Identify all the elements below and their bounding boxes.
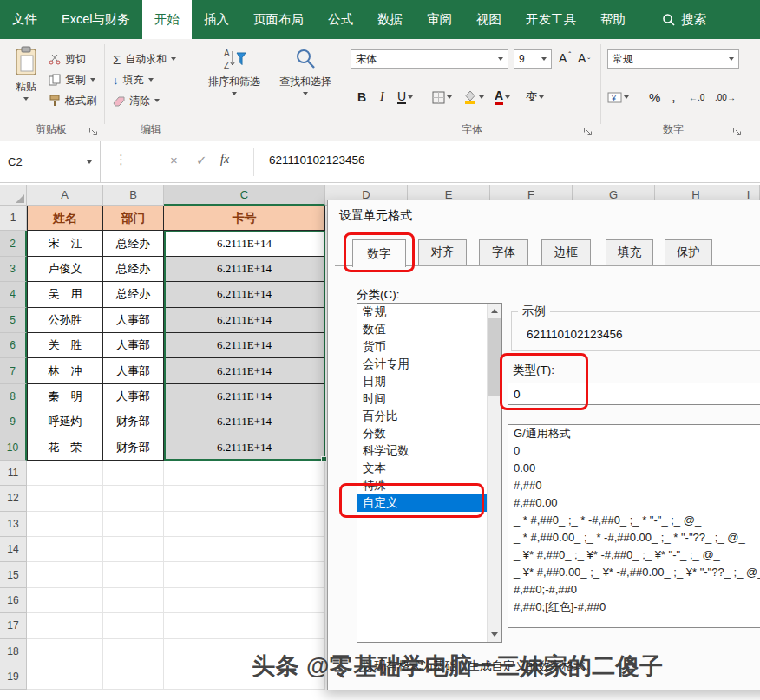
cell-B5[interactable]: 人事部 (103, 308, 164, 333)
cell-C13[interactable] (164, 512, 325, 537)
bold-button[interactable]: B (357, 87, 366, 108)
cell-C16[interactable] (164, 588, 325, 613)
sort-filter-button[interactable]: A Z 排序和筛选 (201, 46, 267, 121)
cell-B8[interactable]: 人事部 (103, 384, 164, 409)
row-header-1[interactable]: 1 (0, 206, 27, 231)
row-header-9[interactable]: 9 (0, 409, 27, 435)
row-header-11[interactable]: 11 (0, 461, 27, 486)
category-custom[interactable]: 自定义 (357, 494, 488, 512)
cell-A9[interactable]: 呼延灼 (27, 409, 103, 435)
italic-button[interactable]: I (380, 87, 384, 108)
format-item[interactable]: _ * #,##0.00_ ;_ * -#,##0.00_ ;_ * "-"??… (508, 529, 760, 546)
scroll-up-arrow[interactable] (488, 304, 501, 318)
cell-B3[interactable]: 总经办 (103, 257, 164, 282)
cell-B19[interactable] (103, 664, 164, 690)
cell-C4[interactable]: 6.2111E+14 (164, 282, 325, 307)
tab-insert[interactable]: 插入 (192, 0, 241, 39)
cell-B14[interactable] (103, 537, 164, 562)
cell-C14[interactable] (164, 537, 325, 562)
tab-review[interactable]: 审阅 (415, 0, 464, 39)
row-header-2[interactable]: 2 (0, 231, 27, 256)
category-currency[interactable]: 货币 (357, 338, 488, 356)
cell-C2[interactable]: 6.2111E+14 (164, 231, 325, 256)
dialog-tab-alignment[interactable]: 对齐 (418, 239, 467, 265)
row-header-16[interactable]: 16 (0, 588, 27, 613)
tab-page-layout[interactable]: 页面布局 (241, 0, 316, 39)
cell-B9[interactable]: 财务部 (103, 409, 164, 435)
tab-file[interactable]: 文件 (0, 0, 49, 39)
cell-B17[interactable] (103, 613, 164, 638)
cell-B10[interactable]: 财务部 (103, 435, 164, 461)
cell-B2[interactable]: 总经办 (103, 231, 164, 256)
fill-handle[interactable] (321, 456, 327, 462)
cell-A17[interactable] (27, 613, 103, 638)
phonetic-guide-button[interactable]: 变 (526, 87, 544, 108)
cell-C1[interactable]: 卡号 (164, 206, 325, 231)
underline-button[interactable]: U (397, 87, 413, 108)
decrease-font-size-button[interactable]: Aˇ (578, 48, 590, 69)
column-header-A[interactable]: A (27, 185, 103, 206)
cell-A19[interactable] (27, 664, 103, 690)
row-header-13[interactable]: 13 (0, 512, 27, 537)
cell-C3[interactable]: 6.2111E+14 (164, 257, 325, 282)
decrease-decimal-button[interactable]: .00→ (715, 87, 736, 108)
font-color-button[interactable]: A (495, 87, 510, 108)
cell-A8[interactable]: 秦 明 (27, 384, 103, 409)
category-fraction[interactable]: 分数 (357, 425, 488, 442)
cell-C5[interactable]: 6.2111E+14 (164, 308, 325, 333)
cell-A7[interactable]: 林 冲 (27, 358, 103, 383)
cell-A16[interactable] (27, 588, 103, 613)
cell-B11[interactable] (103, 461, 164, 486)
cell-A15[interactable] (27, 562, 103, 587)
cell-B16[interactable] (103, 588, 164, 613)
row-header-5[interactable]: 5 (0, 308, 27, 333)
cell-A10[interactable]: 花 荣 (27, 435, 103, 461)
format-item[interactable]: #,##0 (508, 477, 760, 494)
increase-font-size-button[interactable]: Aˆ (559, 48, 571, 69)
cell-A11[interactable] (27, 461, 103, 486)
row-header-18[interactable]: 18 (0, 639, 27, 664)
percent-style-button[interactable]: % (649, 87, 660, 108)
ribbon-search[interactable]: 搜索 (662, 0, 706, 39)
cell-C7[interactable]: 6.2111E+14 (164, 358, 325, 383)
cell-B13[interactable] (103, 512, 164, 537)
fill-color-button[interactable] (463, 87, 484, 108)
row-header-17[interactable]: 17 (0, 613, 27, 638)
number-format-combo[interactable]: 常规 (607, 49, 739, 69)
cancel-icon[interactable]: × (170, 153, 178, 167)
row-header-6[interactable]: 6 (0, 333, 27, 358)
row-header-19[interactable]: 19 (0, 664, 27, 690)
format-item[interactable]: _ * #,##0_ ;_ * -#,##0_ ;_ * "-"_ ;_ @_ (508, 512, 760, 529)
paste-button[interactable]: 粘贴 (5, 46, 47, 121)
format-item[interactable]: _ ¥* #,##0_ ;_ ¥* -#,##0_ ;_ ¥* "-"_ ;_ … (508, 546, 760, 564)
format-item[interactable]: 0.00 (508, 460, 760, 477)
cell-B4[interactable]: 总经办 (103, 282, 164, 307)
tab-help[interactable]: 帮助 (588, 0, 638, 39)
format-item[interactable]: _ ¥* #,##0.00_ ;_ ¥* -#,##0.00_ ;_ ¥* "-… (508, 564, 760, 581)
dialog-tab-protection[interactable]: 保护 (665, 239, 712, 265)
type-input[interactable] (508, 383, 760, 405)
cell-A1[interactable]: 姓名 (27, 206, 103, 231)
fill-button[interactable]: ↓ 填充 (113, 70, 154, 89)
row-header-3[interactable]: 3 (0, 257, 27, 282)
cell-A14[interactable] (27, 537, 103, 562)
tab-data[interactable]: 数据 (365, 0, 415, 39)
formula-bar-splitter[interactable]: ⋮ (115, 152, 128, 167)
category-general[interactable]: 常规 (357, 304, 488, 321)
row-header-12[interactable]: 12 (0, 486, 27, 511)
name-box[interactable]: C2 (0, 141, 101, 182)
tab-developer[interactable]: 开发工具 (514, 0, 588, 39)
cell-B1[interactable]: 部门 (103, 206, 164, 231)
copy-button[interactable]: 复制 (49, 70, 95, 89)
cell-A18[interactable] (27, 639, 103, 664)
cell-C8[interactable]: 6.2111E+14 (164, 384, 325, 409)
dialog-tab-border[interactable]: 边框 (541, 239, 591, 265)
cell-A4[interactable]: 吴 用 (27, 282, 103, 307)
column-header-C[interactable]: C (164, 185, 325, 206)
increase-decimal-button[interactable]: ←.0 (689, 87, 704, 108)
find-select-button[interactable]: 查找和选择 (272, 46, 338, 121)
clipboard-dialog-launcher-icon[interactable] (88, 125, 99, 135)
category-special[interactable]: 特殊 (357, 477, 488, 494)
cell-C11[interactable] (164, 461, 325, 486)
tab-view[interactable]: 视图 (464, 0, 514, 39)
